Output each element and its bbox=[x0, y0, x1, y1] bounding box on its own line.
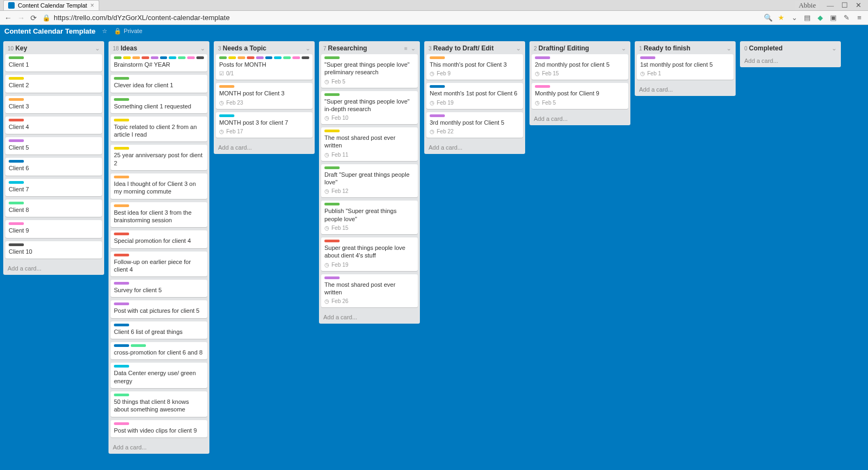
list-header[interactable]: 2Drafting/ Editing⌄ bbox=[529, 41, 630, 54]
add-card-button[interactable]: Add a card... bbox=[740, 54, 841, 67]
list-title[interactable]: Ready to finish bbox=[644, 44, 726, 52]
card[interactable]: MONTH post 3 for client 7◷Feb 17 bbox=[216, 112, 312, 138]
ext1-icon[interactable]: ▤ bbox=[803, 14, 812, 22]
card[interactable]: Draft "Super great things people love"◷F… bbox=[321, 164, 418, 198]
list-header[interactable]: 3Needs a Topic⌄ bbox=[214, 41, 315, 54]
reload-icon[interactable]: ⟳ bbox=[30, 14, 37, 22]
card-labels bbox=[9, 202, 99, 204]
card[interactable]: "Super great things people love" in-dept… bbox=[321, 91, 418, 125]
card[interactable]: Client 2 bbox=[5, 75, 102, 92]
board-title[interactable]: Content Calendar Template bbox=[4, 27, 95, 35]
add-card-button[interactable]: Add a card... bbox=[529, 112, 630, 125]
list-header[interactable]: 0Completed⌄ bbox=[740, 41, 841, 54]
card[interactable]: 2nd monthly post for client 5◷Feb 15 bbox=[532, 54, 628, 80]
card[interactable]: Client 3 bbox=[5, 96, 102, 113]
list-menu-icon[interactable]: ⌄ bbox=[200, 45, 205, 52]
list-header[interactable]: 18Ideas⌄ bbox=[108, 41, 209, 54]
close-tab-icon[interactable]: × bbox=[91, 2, 94, 9]
board[interactable]: 10Key⌄Client 1Client 2Client 3Client 4Cl… bbox=[0, 37, 868, 470]
card[interactable]: "Super great things people love" prelimi… bbox=[321, 54, 418, 88]
card[interactable]: Client 1 bbox=[5, 54, 102, 72]
card[interactable]: This month's post for Client 3◷Feb 9 bbox=[426, 54, 523, 80]
zoom-icon[interactable]: 🔍 bbox=[764, 14, 773, 22]
list-title[interactable]: Ideas bbox=[120, 44, 200, 52]
card[interactable]: Best idea for client 3 from the brainsto… bbox=[111, 202, 207, 228]
card[interactable]: Post with cat pictures for client 5 bbox=[111, 300, 207, 318]
url-bar[interactable]: 🔒 https://trello.com/b/dYzGorXL/content-… bbox=[42, 14, 758, 22]
close-window-icon[interactable]: ✕ bbox=[856, 1, 861, 10]
privacy-indicator[interactable]: 🔒 Private bbox=[114, 28, 142, 35]
list-header[interactable]: 3Ready to Draft/ Edit⌄ bbox=[424, 41, 525, 54]
card[interactable]: Follow-up on earlier piece for client 4 bbox=[111, 252, 207, 277]
star-board-icon[interactable]: ☆ bbox=[102, 28, 107, 35]
list-title[interactable]: Drafting/ Editing bbox=[539, 44, 621, 52]
card[interactable]: cross-promotion for client 6 and 8 bbox=[111, 342, 207, 359]
menu-icon[interactable]: ≡ bbox=[855, 14, 864, 22]
list-title[interactable]: Key bbox=[15, 44, 95, 52]
list-header[interactable]: 10Key⌄ bbox=[3, 41, 104, 54]
card[interactable]: Idea I thought of for Client 3 on my mor… bbox=[111, 173, 207, 199]
card[interactable]: Client 7 bbox=[5, 179, 102, 196]
add-card-button[interactable]: Add a card... bbox=[319, 311, 420, 324]
list-title[interactable]: Completed bbox=[749, 44, 832, 52]
card[interactable]: 25 year anniversary post for dient 2 bbox=[111, 145, 207, 170]
list-menu-icon[interactable]: ⌄ bbox=[411, 45, 416, 52]
card[interactable]: Data Center energy use/ green energy bbox=[111, 363, 207, 388]
evernote-icon[interactable]: ✎ bbox=[842, 14, 851, 22]
add-card-button[interactable]: Add a card... bbox=[3, 262, 104, 275]
list-menu-icon[interactable]: ⌄ bbox=[621, 45, 626, 52]
card[interactable]: Client 10 bbox=[5, 241, 102, 259]
card[interactable]: The most shared post ever written◷Feb 26 bbox=[321, 274, 418, 308]
star-icon[interactable]: ★ bbox=[777, 14, 786, 22]
list-title[interactable]: Ready to Draft/ Edit bbox=[433, 44, 516, 52]
card[interactable]: Special promotion for client 4 bbox=[111, 230, 207, 248]
forward-icon[interactable]: → bbox=[17, 14, 25, 22]
card[interactable]: 3rd monthly post for Client 5◷Feb 22 bbox=[426, 112, 523, 138]
list-title[interactable]: Researching bbox=[328, 44, 405, 52]
list-extra-icon[interactable]: ≡ bbox=[404, 46, 407, 51]
card[interactable]: Post with video clips for client 9 bbox=[111, 420, 207, 437]
card[interactable]: Publish "Super great things people love"… bbox=[321, 201, 418, 234]
card[interactable]: MONTH post for Client 3◷Feb 23 bbox=[216, 83, 312, 108]
card[interactable]: Client 9 bbox=[5, 220, 102, 237]
card-badges: ◷Feb 11 bbox=[324, 152, 414, 158]
card-labels bbox=[114, 302, 204, 305]
list-menu-icon[interactable]: ⌄ bbox=[95, 45, 100, 52]
card[interactable]: Client 4 bbox=[5, 117, 102, 134]
card[interactable]: Something client 1 requested bbox=[111, 96, 207, 113]
add-card-button[interactable]: Add a card... bbox=[424, 141, 525, 154]
list-menu-icon[interactable]: ⌄ bbox=[305, 45, 310, 52]
ext2-icon[interactable]: ◆ bbox=[816, 14, 825, 22]
maximize-icon[interactable]: ☐ bbox=[841, 1, 848, 10]
card[interactable]: Survey for client 5 bbox=[111, 280, 207, 297]
card[interactable]: Next month's 1st post for Client 6◷Feb 1… bbox=[426, 83, 523, 108]
card[interactable]: Monthly post for Client 9◷Feb 5 bbox=[532, 83, 628, 108]
list-menu-icon[interactable]: ⌄ bbox=[726, 45, 731, 52]
ext3-icon[interactable]: ▣ bbox=[829, 14, 838, 22]
card[interactable]: The most shared post ever written◷Feb 11 bbox=[321, 127, 418, 161]
browser-tab[interactable]: Content Calendar Templat × bbox=[3, 0, 99, 10]
card[interactable]: Clever idea for client 1 bbox=[111, 75, 207, 92]
list-title[interactable]: Needs a Topic bbox=[223, 44, 305, 52]
card[interactable]: Posts for MONTH☑0/1 bbox=[216, 54, 312, 80]
list-header[interactable]: 1Ready to finish⌄ bbox=[635, 41, 736, 54]
add-card-button[interactable]: Add a card... bbox=[108, 441, 209, 454]
list-menu-icon[interactable]: ⌄ bbox=[832, 45, 837, 52]
card[interactable]: Brainstorm Q# YEAR bbox=[111, 54, 207, 72]
user-badge[interactable]: Abbie bbox=[795, 1, 819, 10]
card[interactable]: Client 6 list of great things bbox=[111, 321, 207, 339]
card[interactable]: 1st monthly post for client 5◷Feb 1 bbox=[637, 54, 733, 80]
list-header[interactable]: 7Researching≡⌄ bbox=[319, 41, 420, 54]
card[interactable]: Super great things people love about die… bbox=[321, 237, 418, 271]
card[interactable]: Client 5 bbox=[5, 137, 102, 154]
card[interactable]: 50 things that client 8 knows about some… bbox=[111, 391, 207, 417]
list-menu-icon[interactable]: ⌄ bbox=[516, 45, 521, 52]
add-card-button[interactable]: Add a card... bbox=[214, 141, 315, 154]
pocket-icon[interactable]: ⌄ bbox=[790, 14, 799, 22]
card[interactable]: Client 8 bbox=[5, 199, 102, 217]
card[interactable]: Client 6 bbox=[5, 158, 102, 175]
card[interactable]: Topic related to client 2 from an articl… bbox=[111, 117, 207, 142]
add-card-button[interactable]: Add a card... bbox=[635, 83, 736, 96]
back-icon[interactable]: ← bbox=[4, 14, 12, 22]
minimize-icon[interactable]: — bbox=[827, 1, 834, 10]
